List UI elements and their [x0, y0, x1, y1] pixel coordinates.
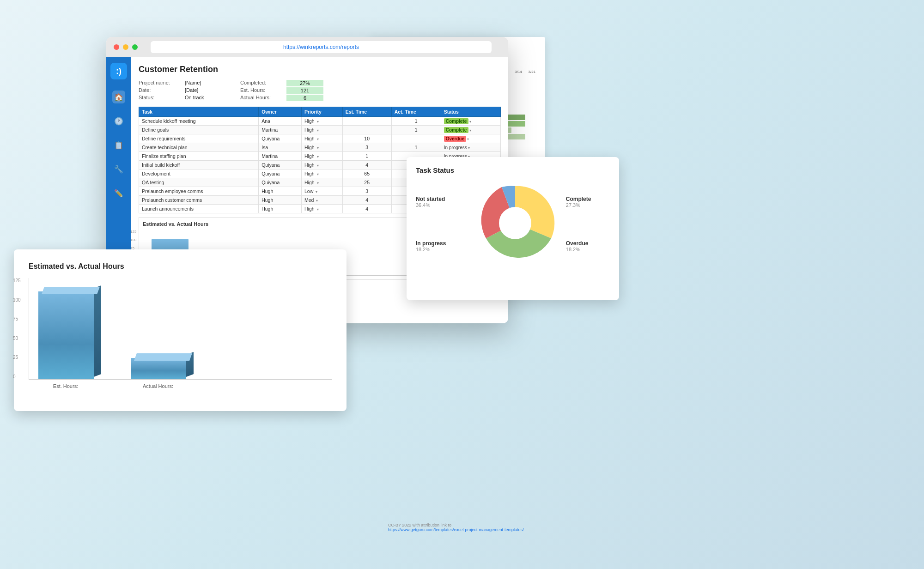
traffic-light-green[interactable]	[132, 44, 138, 50]
cell-owner: Quiyana	[259, 161, 302, 169]
cell-status: In progress▾	[441, 143, 500, 152]
cell-status: Complete▾	[441, 117, 500, 126]
cell-task: Schedule kickoff meeting	[139, 117, 259, 126]
cell-owner: Quiyana	[259, 169, 302, 178]
url-base: https://winkreports.com/	[283, 44, 342, 50]
cell-acttime: 1	[391, 117, 441, 126]
legend-in-progress-pct: 18.2%	[416, 247, 464, 252]
cell-task: Launch announcements	[139, 205, 259, 213]
attribution-line1: CC-BY 2022 with attribution link to	[388, 523, 524, 527]
x-labels: Est. Hours: Actual Hours:	[29, 380, 332, 389]
col-header-esttime: Est. Time	[342, 107, 391, 117]
cell-esttime: 4	[342, 196, 391, 205]
cell-esttime: 1	[342, 152, 391, 161]
sidebar-logo: :)	[110, 63, 127, 79]
pie-legend-left: Not started 36.4% In progress 18.2%	[416, 196, 464, 252]
cell-priority: High ▾	[302, 178, 343, 187]
attribution-link[interactable]: https://www.getguru.com/templates/excel-…	[388, 527, 524, 532]
meta-date-label: Date:	[139, 87, 185, 94]
sheet-title: Customer Retention	[139, 65, 501, 74]
table-row[interactable]: Define requirements Quiyana High ▾ 10 Ov…	[139, 134, 501, 143]
cell-priority: High ▾	[302, 126, 343, 134]
cell-task: Development	[139, 169, 259, 178]
table-row[interactable]: Define goals Martina High ▾ 1 Complete▾	[139, 126, 501, 134]
cell-task: Create technical plan	[139, 143, 259, 152]
legend-complete-pct: 27.3%	[566, 202, 610, 208]
cell-owner: Quiyana	[259, 178, 302, 187]
meta-actualhours-value: 6	[286, 95, 323, 101]
meta-esthours-value: 121	[286, 87, 323, 94]
browser-titlebar: https://winkreports.com/reports	[106, 37, 508, 57]
col-header-owner: Owner	[259, 107, 302, 117]
legend-overdue-pct: 18.2%	[566, 247, 610, 252]
cell-task: Prelaunch customer comms	[139, 196, 259, 205]
pie-chart-title: Task Status	[416, 166, 610, 174]
cell-task: Define goals	[139, 126, 259, 134]
pie-legend-right: Complete 27.3% Overdue 18.2%	[566, 196, 610, 252]
cell-task: Finalize staffing plan	[139, 152, 259, 161]
cell-priority: High ▾	[302, 143, 343, 152]
legend-not-started: Not started 36.4%	[416, 196, 464, 208]
cell-owner: Hugh	[259, 187, 302, 196]
cell-esttime: 3	[342, 187, 391, 196]
cell-priority: High ▾	[302, 205, 343, 213]
cell-esttime: 4	[342, 161, 391, 169]
sidebar-icon-docs[interactable]: 📋	[112, 139, 125, 151]
sidebar-icon-home[interactable]: 🏠	[112, 91, 125, 103]
cell-task: QA testing	[139, 178, 259, 187]
pie-center	[499, 207, 531, 239]
table-row[interactable]: Schedule kickoff meeting Ana High ▾ 1 Co…	[139, 117, 501, 126]
sidebar-icon-clock[interactable]: 🕐	[112, 115, 125, 127]
meta-status-value: On track	[185, 95, 240, 101]
cell-acttime: 1	[391, 143, 441, 152]
address-bar[interactable]: https://winkreports.com/reports	[151, 41, 492, 53]
cell-status: Complete▾	[441, 126, 500, 134]
pie-chart-content: Not started 36.4% In progress 18.2%	[416, 182, 610, 266]
pie-svg	[474, 182, 557, 265]
cell-owner: Hugh	[259, 196, 302, 205]
traffic-light-red[interactable]	[114, 44, 119, 50]
cell-acttime	[391, 134, 441, 143]
cell-esttime: 65	[342, 169, 391, 178]
cell-owner: Martina	[259, 126, 302, 134]
cell-priority: High ▾	[302, 117, 343, 126]
cell-priority: Low ▾	[302, 187, 343, 196]
large-chart-area: 125 100 75 50 25 0	[29, 278, 332, 380]
url-path: reports	[342, 44, 359, 50]
legend-not-started-pct: 36.4%	[416, 202, 464, 208]
cell-owner: Ana	[259, 117, 302, 126]
legend-complete-label: Complete	[566, 196, 610, 202]
meta-date-value: [Date]	[185, 87, 240, 94]
cell-priority: High ▾	[302, 161, 343, 169]
pie-svg-container	[474, 182, 557, 266]
large-chart-card: Estimated vs. Actual Hours 125 100 75 50…	[14, 249, 346, 411]
meta-status-label: Status:	[139, 95, 185, 101]
cell-owner: Isa	[259, 143, 302, 152]
meta-project-label: Project name:	[139, 80, 185, 86]
traffic-light-yellow[interactable]	[123, 44, 128, 50]
cell-esttime: 4	[342, 205, 391, 213]
x-label-actual: Actual Hours:	[130, 383, 186, 389]
large-y-labels: 125 100 75 50 25 0	[13, 278, 21, 379]
meta-completed-label: Completed:	[240, 80, 286, 86]
pie-chart-card: Task Status Not started 36.4% In progres…	[407, 157, 619, 300]
large-bar-est-hours	[38, 291, 94, 379]
col-header-status: Status	[441, 107, 500, 117]
cell-esttime	[342, 117, 391, 126]
meta-grid: Project name: [Name] Completed: 27% Date…	[139, 80, 501, 101]
cell-priority: High ▾	[302, 152, 343, 161]
col-header-priority: Priority	[302, 107, 343, 117]
sidebar-icon-edit[interactable]: ✏️	[112, 187, 125, 200]
cell-esttime: 10	[342, 134, 391, 143]
cell-owner: Quiyana	[259, 134, 302, 143]
sidebar-icon-settings[interactable]: 🔧	[112, 163, 125, 176]
table-row[interactable]: Create technical plan Isa High ▾ 3 1 In …	[139, 143, 501, 152]
cell-owner: Hugh	[259, 205, 302, 213]
legend-not-started-label: Not started	[416, 196, 464, 202]
cell-priority: Med ▾	[302, 196, 343, 205]
legend-overdue-label: Overdue	[566, 240, 610, 247]
large-bar-actual-hours	[131, 358, 186, 379]
cell-priority: High ▾	[302, 134, 343, 143]
cell-owner: Martina	[259, 152, 302, 161]
cell-esttime: 25	[342, 178, 391, 187]
